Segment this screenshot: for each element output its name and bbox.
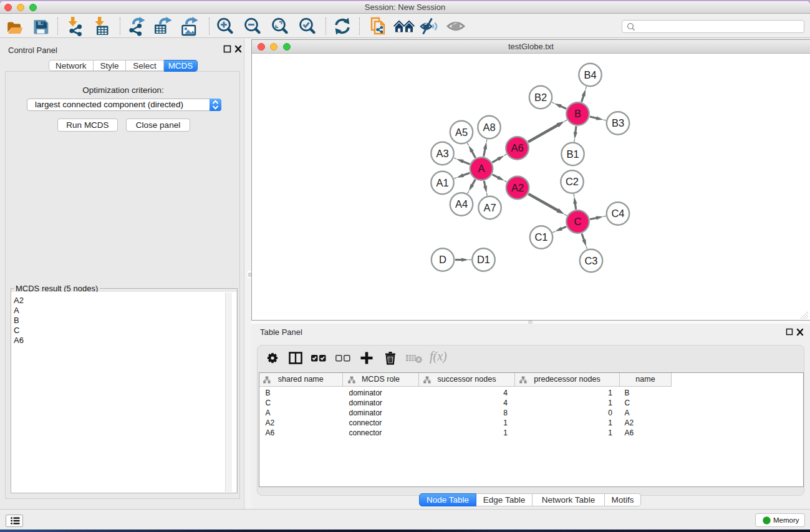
svg-text:B2: B2 [534,92,547,103]
svg-text:D1: D1 [477,254,490,265]
svg-text:C2: C2 [566,176,579,187]
svg-text:B4: B4 [584,69,596,80]
svg-text:C1: C1 [534,231,547,243]
svg-text:A6: A6 [511,142,523,153]
svg-text:B: B [574,108,581,119]
svg-text:A3: A3 [436,148,448,159]
svg-text:A2: A2 [511,182,524,193]
svg-text:A4: A4 [455,198,468,210]
svg-text:C: C [574,216,582,227]
svg-text:A7: A7 [483,202,496,213]
svg-text:A: A [478,163,485,174]
svg-text:A1: A1 [436,177,448,188]
svg-text:D: D [439,254,446,265]
svg-text:A5: A5 [455,127,468,138]
svg-text:C3: C3 [584,255,597,266]
svg-text:A8: A8 [483,122,495,133]
svg-text:C4: C4 [611,208,624,219]
svg-text:B1: B1 [566,148,579,160]
svg-text:B3: B3 [612,117,624,128]
